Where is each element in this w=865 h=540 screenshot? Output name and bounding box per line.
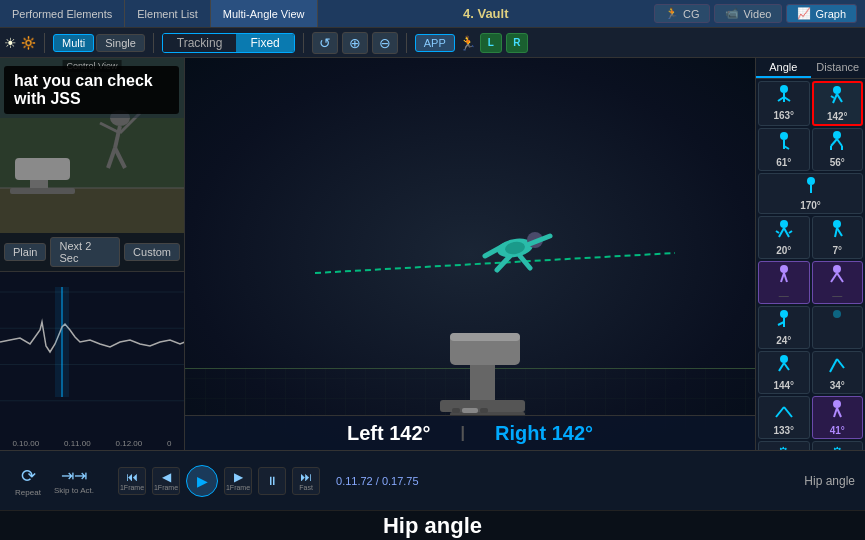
single-view-button[interactable]: Single bbox=[96, 34, 145, 52]
center-panel: Left 142° | Right 142° bbox=[185, 58, 755, 450]
distance-tab[interactable]: Distance bbox=[811, 58, 866, 78]
multi-view-button[interactable]: Multi bbox=[53, 34, 94, 52]
top-nav: Performed Elements Element List Multi-An… bbox=[0, 0, 865, 28]
svg-point-64 bbox=[780, 355, 788, 363]
angle-icon-61 bbox=[773, 131, 795, 156]
svg-line-65 bbox=[779, 363, 784, 371]
svg-point-44 bbox=[807, 177, 815, 185]
next2sec-button[interactable]: Next 2 Sec bbox=[50, 237, 120, 267]
sep3 bbox=[303, 33, 304, 53]
video-icon: 📹 bbox=[725, 7, 739, 20]
repeat-icon: ⟳ bbox=[21, 465, 36, 487]
bottom-title: Hip angle bbox=[0, 510, 865, 540]
svg-point-71 bbox=[833, 400, 841, 408]
zoom-in-icon[interactable]: ⊕ bbox=[342, 32, 368, 54]
angle-left-value: Left 142° bbox=[347, 422, 431, 445]
app-button[interactable]: APP bbox=[415, 34, 455, 52]
tab-multi-angle-view[interactable]: Multi-Angle View bbox=[211, 0, 318, 27]
svg-line-69 bbox=[776, 407, 784, 417]
r-button[interactable]: R bbox=[506, 33, 528, 53]
vault-label: 4. Vault bbox=[318, 6, 654, 21]
angle-cell-24[interactable]: 24° bbox=[758, 306, 810, 349]
video-view: Control View bbox=[0, 58, 184, 233]
svg-point-39 bbox=[833, 131, 841, 139]
angle-icon-purple2 bbox=[826, 264, 848, 289]
scroll-dot-active bbox=[462, 408, 478, 413]
angle-cell-163[interactable]: 163° bbox=[758, 81, 810, 126]
pause-button[interactable]: ⏸ bbox=[258, 467, 286, 495]
angle-cell-empty1[interactable] bbox=[812, 306, 864, 349]
svg-point-28 bbox=[780, 85, 788, 93]
rotate-icon[interactable]: ↺ bbox=[312, 32, 338, 54]
next-frame-button[interactable]: ▶ 1Frame bbox=[224, 467, 252, 495]
angle-icon-144 bbox=[773, 354, 795, 379]
nav-right-buttons: 🏃 CG 📹 Video 📈 Graph bbox=[654, 4, 865, 23]
angle-icon-empty1 bbox=[826, 309, 848, 334]
angle-cell-dash1[interactable]: — bbox=[758, 261, 810, 304]
person-icon: 🏃 bbox=[665, 7, 679, 20]
scroll-bar[interactable] bbox=[185, 406, 755, 414]
sep1 bbox=[44, 33, 45, 53]
graph-button[interactable]: 📈 Graph bbox=[786, 4, 857, 23]
custom-button[interactable]: Custom bbox=[124, 243, 180, 261]
playback-bar: ⟳ Repeat ⇥⇥ Skip to Act. ⏮ 1Frame ◀ 1Fra… bbox=[0, 450, 865, 510]
angle-cell-7[interactable]: 7° bbox=[812, 216, 864, 259]
angle-icon-41 bbox=[826, 399, 848, 424]
skip-icon: ⇥⇥ bbox=[61, 466, 87, 485]
angle-divider: | bbox=[461, 424, 465, 442]
viewport-3d: Left 142° | Right 142° bbox=[185, 58, 755, 450]
svg-line-53 bbox=[837, 228, 842, 236]
contrast-icon[interactable]: 🔆 bbox=[21, 36, 36, 50]
prev-frame-icon: ◀ bbox=[162, 470, 171, 484]
person-icon2: 🏃 bbox=[459, 35, 476, 51]
repeat-button[interactable]: ⟳ Repeat bbox=[10, 465, 46, 497]
svg-rect-3 bbox=[15, 158, 70, 180]
angle-icon-7 bbox=[826, 219, 848, 244]
angle-icon-purple1 bbox=[773, 264, 795, 289]
svg-line-59 bbox=[837, 273, 843, 282]
angle-tab[interactable]: Angle bbox=[756, 58, 811, 78]
graph-time-labels: 0.10.00 0.11.00 0.12.00 0 bbox=[0, 439, 184, 448]
angle-cell-170[interactable]: 170° bbox=[758, 173, 863, 214]
plain-button[interactable]: Plain bbox=[4, 243, 46, 261]
svg-point-54 bbox=[780, 265, 788, 273]
tab-element-list[interactable]: Element List bbox=[125, 0, 211, 27]
angle-cell-61[interactable]: 61° bbox=[758, 128, 810, 171]
fixed-button[interactable]: Fixed bbox=[236, 34, 293, 52]
angle-cell-settings1[interactable]: ⚙ bbox=[758, 441, 810, 450]
sep2 bbox=[153, 33, 154, 53]
video-button[interactable]: 📹 Video bbox=[714, 4, 782, 23]
svg-line-73 bbox=[837, 408, 841, 417]
angle-cell-settings2[interactable]: ⚙ — bbox=[812, 441, 864, 450]
brightness-icon[interactable]: ☀ bbox=[4, 35, 17, 51]
prev-frame-button[interactable]: ◀ 1Frame bbox=[152, 467, 180, 495]
zoom-out-icon[interactable]: ⊖ bbox=[372, 32, 398, 54]
playback-time: 0.11.72 / 0.17.75 bbox=[336, 475, 419, 487]
angle-cell-dash2[interactable]: — bbox=[812, 261, 864, 304]
svg-point-36 bbox=[780, 132, 788, 140]
angle-cell-34[interactable]: 34° bbox=[812, 351, 864, 394]
svg-rect-5 bbox=[10, 188, 75, 194]
cg-button[interactable]: 🏃 CG bbox=[654, 4, 711, 23]
graph-icon: 📈 bbox=[797, 7, 811, 20]
angle-cell-56[interactable]: 56° bbox=[812, 128, 864, 171]
tab-performed-elements[interactable]: Performed Elements bbox=[0, 0, 125, 27]
angle-cell-142[interactable]: 142° bbox=[812, 81, 864, 126]
svg-line-58 bbox=[831, 273, 837, 282]
jss-overlay: hat you can check with JSS bbox=[4, 66, 179, 114]
angle-cell-41[interactable]: 41° bbox=[812, 396, 864, 439]
l-button[interactable]: L bbox=[480, 33, 502, 53]
svg-line-56 bbox=[784, 273, 787, 282]
svg-line-66 bbox=[784, 363, 789, 370]
angle-cell-133[interactable]: 133° bbox=[758, 396, 810, 439]
skip-to-act-button[interactable]: ⇥⇥ Skip to Act. bbox=[54, 466, 94, 495]
start-button[interactable]: ⏮ 1Frame bbox=[118, 467, 146, 495]
tracking-button[interactable]: Tracking bbox=[163, 34, 237, 52]
angle-cell-20[interactable]: 20° bbox=[758, 216, 810, 259]
angle-icon-133 bbox=[773, 399, 795, 424]
angle-cell-144[interactable]: 144° bbox=[758, 351, 810, 394]
fast-button[interactable]: ⏭ Fast bbox=[292, 467, 320, 495]
playback-label: Hip angle bbox=[804, 474, 855, 488]
play-button[interactable]: ▶ bbox=[186, 465, 218, 497]
main-area: Control View bbox=[0, 58, 865, 450]
